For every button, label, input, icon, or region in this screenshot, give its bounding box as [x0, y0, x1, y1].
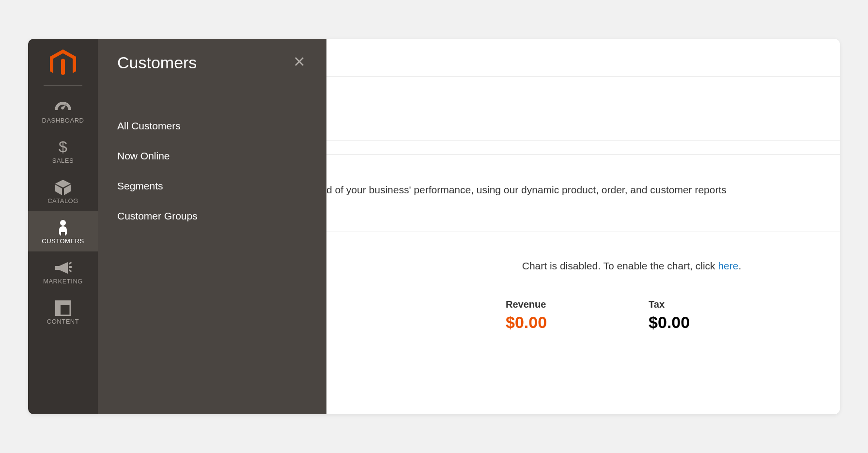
box-icon — [54, 179, 72, 196]
close-button[interactable] — [292, 54, 307, 72]
person-icon — [58, 219, 68, 236]
chart-msg-prefix: Chart is disabled. To enable the chart, … — [522, 260, 718, 271]
stat-revenue: Revenue $0.00 — [506, 299, 547, 332]
enable-chart-link[interactable]: here — [718, 260, 738, 271]
flyout-panel: Customers All Customers Now Online Segme… — [98, 39, 326, 414]
flyout-header: Customers — [117, 53, 307, 72]
divider — [44, 85, 82, 86]
content-info-strip — [326, 141, 840, 155]
flyout-item-all-customers[interactable]: All Customers — [117, 111, 307, 141]
nav-label: MARKETING — [43, 278, 83, 285]
gauge-icon — [54, 98, 72, 116]
flyout-item-now-online[interactable]: Now Online — [117, 141, 307, 171]
sidebar: DASHBOARD $ SALES CATALOG CUSTOMERS MARK… — [28, 39, 98, 414]
nav-label: CONTENT — [47, 318, 79, 325]
nav-label: CUSTOMERS — [42, 237, 84, 245]
app-window: DASHBOARD $ SALES CATALOG CUSTOMERS MARK… — [28, 39, 840, 414]
flyout-item-customer-groups[interactable]: Customer Groups — [117, 201, 307, 231]
stat-label-revenue: Revenue — [506, 299, 547, 310]
magento-logo-icon — [50, 49, 76, 78]
nav-label: SALES — [52, 157, 74, 164]
chart-msg-suffix: . — [738, 260, 741, 271]
megaphone-icon — [54, 259, 72, 277]
nav-item-customers[interactable]: CUSTOMERS — [28, 211, 98, 251]
content-area: d of your business' performance, using o… — [326, 39, 840, 414]
content-header — [326, 77, 840, 141]
nav-item-content[interactable]: CONTENT — [28, 292, 98, 332]
content-topbar — [326, 39, 840, 77]
dollar-icon: $ — [58, 139, 68, 156]
svg-rect-3 — [56, 301, 70, 305]
nav-label: DASHBOARD — [42, 117, 84, 124]
svg-point-1 — [60, 220, 66, 226]
flyout-title: Customers — [117, 53, 197, 72]
info-text: d of your business' performance, using o… — [326, 155, 840, 232]
layout-icon — [55, 299, 71, 317]
stat-value-revenue: $0.00 — [506, 313, 547, 332]
svg-text:$: $ — [59, 139, 67, 156]
flyout-item-segments[interactable]: Segments — [117, 171, 307, 201]
close-icon — [294, 56, 305, 67]
nav-item-sales[interactable]: $ SALES — [28, 131, 98, 171]
logo[interactable] — [28, 39, 98, 85]
stat-tax: Tax $0.00 — [649, 299, 690, 332]
nav-item-dashboard[interactable]: DASHBOARD — [28, 91, 98, 131]
nav-item-marketing[interactable]: MARKETING — [28, 251, 98, 292]
stat-value-tax: $0.00 — [649, 313, 690, 332]
chart-section: Chart is disabled. To enable the chart, … — [326, 232, 840, 332]
stats-row: Revenue $0.00 Tax $0.00 — [346, 299, 821, 332]
chart-disabled-message: Chart is disabled. To enable the chart, … — [346, 260, 821, 272]
svg-rect-4 — [56, 305, 61, 315]
stat-label-tax: Tax — [649, 299, 690, 310]
nav-label: CATALOG — [47, 197, 78, 204]
nav-item-catalog[interactable]: CATALOG — [28, 171, 98, 211]
